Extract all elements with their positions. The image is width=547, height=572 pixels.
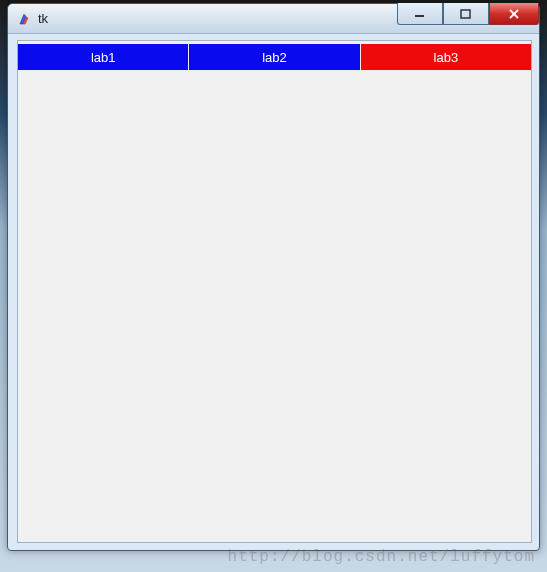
close-button[interactable] bbox=[489, 3, 539, 25]
minimize-button[interactable] bbox=[397, 3, 443, 25]
label-lab1: lab1 bbox=[18, 44, 188, 70]
client-area: lab1 lab2 lab3 bbox=[17, 40, 532, 543]
titlebar[interactable]: tk bbox=[8, 4, 539, 34]
window-controls bbox=[397, 3, 539, 25]
close-icon bbox=[508, 8, 520, 20]
window-title: tk bbox=[38, 11, 48, 26]
watermark: http://blog.csdn.net/luffytom bbox=[228, 548, 535, 566]
label-row: lab1 lab2 lab3 bbox=[18, 41, 531, 70]
svg-rect-0 bbox=[415, 15, 424, 17]
maximize-button[interactable] bbox=[443, 3, 489, 25]
app-icon bbox=[16, 11, 32, 27]
label-lab2: lab2 bbox=[189, 44, 359, 70]
minimize-icon bbox=[414, 8, 426, 20]
label-lab3: lab3 bbox=[361, 44, 531, 70]
svg-rect-1 bbox=[461, 10, 470, 18]
maximize-icon bbox=[460, 8, 472, 20]
application-window: tk lab1 lab2 lab3 bbox=[7, 3, 540, 551]
